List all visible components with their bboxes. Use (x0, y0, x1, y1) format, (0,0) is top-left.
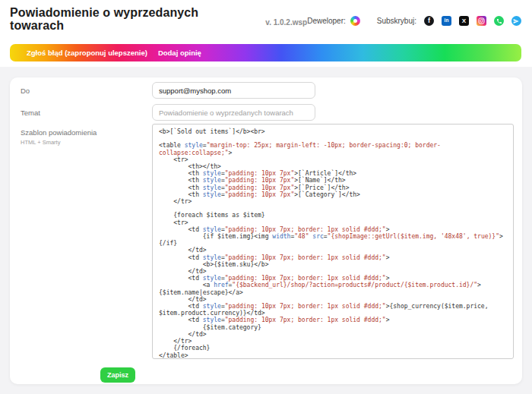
facebook-icon[interactable]: f (424, 16, 434, 26)
developer-label: Deweloper: (307, 17, 346, 25)
template-code-editor[interactable]: <b>[`Sold out items`]</b><br> <table sty… (152, 124, 514, 359)
page-title: Powiadomienie o wyprzedanych towarach (10, 6, 233, 32)
instagram-icon[interactable] (477, 16, 486, 26)
subject-label-col: Temat (21, 104, 152, 117)
x-glyph: X (462, 18, 466, 24)
app-header: Powiadomienie o wyprzedanych towarach v.… (0, 0, 532, 67)
subject-field-row: Temat (21, 104, 514, 121)
template-label-col: Szablon powiadomienia HTML + Smarty (21, 124, 152, 146)
developer-logo-icon[interactable] (350, 16, 360, 26)
content-area: Do Temat Szablon powiadomienia HTML + Sm… (0, 67, 532, 394)
template-code: <b>[`Sold out items`]</b><br> <table sty… (153, 125, 513, 359)
to-label-col: Do (21, 82, 152, 95)
template-sublabel: HTML + Smarty (21, 139, 152, 146)
linkedin-icon[interactable]: in (442, 16, 451, 26)
report-bug-link[interactable]: Zgłoś błąd (zaproponuj ulepszenie) (27, 49, 147, 57)
save-button-row: Zapisz (100, 367, 514, 383)
subject-input[interactable] (152, 104, 315, 121)
to-input[interactable] (152, 82, 315, 99)
to-label: Do (21, 87, 152, 95)
linkedin-glyph: in (445, 18, 449, 24)
telegram-icon[interactable] (511, 16, 521, 26)
rainbow-action-bar: Zgłoś błąd (zaproponuj ulepszenie) Dodaj… (10, 44, 521, 61)
facebook-glyph: f (428, 17, 430, 24)
to-field-row: Do (21, 82, 514, 99)
save-button[interactable]: Zapisz (100, 367, 135, 383)
version-label: v. 1.0.2.wsp (265, 18, 307, 27)
add-review-link[interactable]: Dodaj opinię (158, 49, 201, 57)
whatsapp-icon[interactable] (494, 16, 504, 26)
subscribe-label: Subskrybuj: (377, 17, 416, 25)
x-icon[interactable]: X (459, 16, 469, 26)
template-label: Szablon powiadomienia (21, 128, 152, 137)
settings-form-card: Do Temat Szablon powiadomienia HTML + Sm… (10, 77, 522, 384)
template-field-row: Szablon powiadomienia HTML + Smarty <b>[… (21, 124, 514, 359)
header-top-row: Powiadomienie o wyprzedanych towarach v.… (10, 6, 521, 32)
subject-label: Temat (21, 109, 152, 117)
header-links: Deweloper: Subskrybuj: f in X (307, 16, 521, 26)
